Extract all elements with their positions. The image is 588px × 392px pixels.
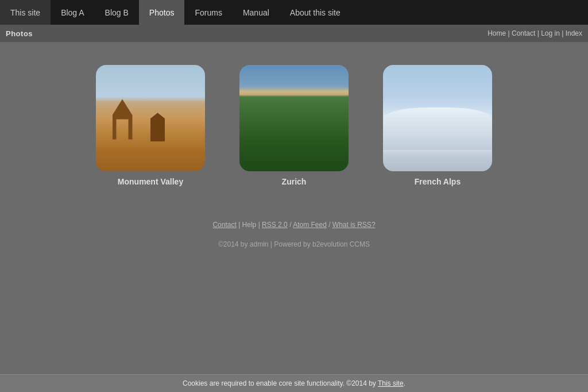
nav-photos[interactable]: Photos: [139, 0, 185, 25]
breadcrumb-login[interactable]: Log in: [541, 29, 560, 37]
breadcrumb-bar: Photos Home | Contact | Log in | Index: [0, 25, 588, 42]
photo-caption-monument: Monument Valley: [118, 177, 183, 186]
footer-help: Help: [242, 221, 257, 229]
breadcrumb-home[interactable]: Home: [488, 29, 506, 37]
nav-forums[interactable]: Forums: [184, 0, 232, 25]
photo-thumbnail-zurich[interactable]: [239, 65, 349, 171]
photo-item-monument: Monument Valley: [96, 65, 205, 186]
nav-about[interactable]: About this site: [280, 0, 351, 25]
photo-caption-alps: French Alps: [415, 177, 461, 186]
main-content: Monument Valley Zurich French Alps Conta…: [0, 42, 588, 283]
cookie-this-site-link[interactable]: This site: [378, 379, 404, 387]
main-nav: This site Blog A Blog B Photos Forums Ma…: [0, 0, 588, 25]
cookie-text-after: .: [404, 379, 405, 387]
photo-thumbnail-alps[interactable]: [383, 65, 492, 171]
breadcrumb-index[interactable]: Index: [566, 29, 582, 37]
photo-caption-zurich: Zurich: [282, 177, 307, 186]
footer-contact-link[interactable]: Contact: [212, 221, 236, 229]
footer-sep-4: /: [328, 221, 332, 229]
cookie-text-before: Cookies are required to enable core site…: [183, 379, 378, 387]
nav-manual[interactable]: Manual: [233, 0, 280, 25]
breadcrumb-links: Home | Contact | Log in | Index: [488, 29, 582, 37]
footer-credit: ©2014 by admin | Powered by b2evolution …: [11, 240, 577, 248]
page-title: Photos: [6, 29, 33, 38]
footer-atom-link[interactable]: Atom Feed: [293, 221, 327, 229]
nav-this-site[interactable]: This site: [0, 0, 51, 25]
breadcrumb-contact[interactable]: Contact: [512, 29, 535, 37]
footer-whatrss-link[interactable]: What is RSS?: [332, 221, 376, 229]
photo-grid: Monument Valley Zurich French Alps: [11, 65, 577, 186]
photo-item-zurich: Zurich: [239, 65, 349, 186]
cookie-bar: Cookies are required to enable core site…: [0, 374, 588, 392]
nav-blog-b[interactable]: Blog B: [95, 0, 139, 25]
photo-item-alps: French Alps: [383, 65, 492, 186]
footer-links: Contact | Help | RSS 2.0 / Atom Feed / W…: [11, 221, 577, 229]
nav-blog-a[interactable]: Blog A: [51, 0, 94, 25]
photo-thumbnail-monument[interactable]: [96, 65, 205, 171]
footer-rss-link[interactable]: RSS 2.0: [262, 221, 288, 229]
